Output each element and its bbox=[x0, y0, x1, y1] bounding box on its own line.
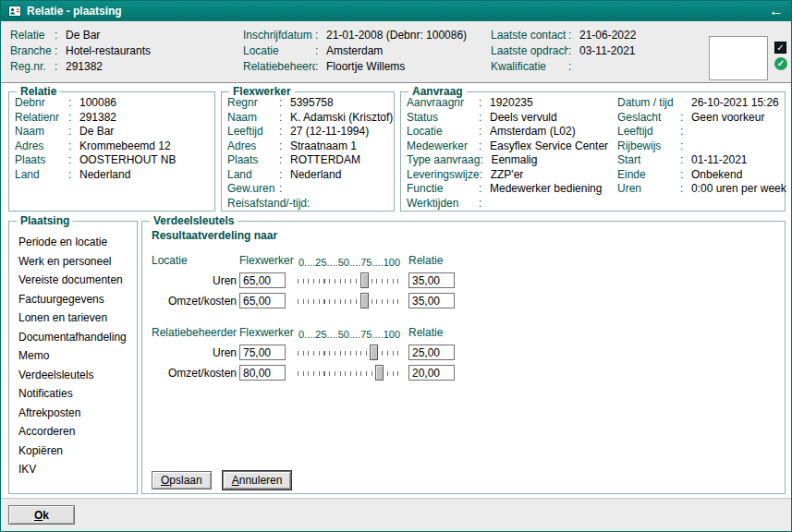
field-label: Land bbox=[227, 168, 279, 183]
colon: : bbox=[479, 125, 488, 139]
verdeel-row-label: Uren bbox=[152, 345, 237, 362]
menu-item-werk-en-personeel[interactable]: Werk en personeel bbox=[18, 252, 133, 272]
header-summary: Relatie:De BarBranche:Hotel-restaurantsR… bbox=[1, 21, 791, 83]
field-value: Eenmalig bbox=[491, 153, 537, 168]
field-value: 0:00 uren per week bbox=[691, 182, 786, 197]
field-value: ZZP'er bbox=[491, 168, 524, 183]
header-field-label: Kwalificatie bbox=[491, 59, 568, 75]
header-field-value: Hotel-restaurants bbox=[66, 43, 151, 59]
header-field-value: Floortje Willems bbox=[326, 59, 405, 75]
colon: : bbox=[279, 153, 288, 168]
colon: : bbox=[680, 182, 689, 197]
percentage-slider[interactable] bbox=[296, 293, 403, 308]
aanvraag-row: Aanvraagnr:1920235 bbox=[407, 96, 608, 111]
header-field-value: 21-01-2008 (Debnr: 100086) bbox=[326, 28, 467, 43]
field-value: 291382 bbox=[79, 111, 116, 126]
relatie-percentage-input[interactable] bbox=[408, 272, 455, 288]
colon: : bbox=[279, 182, 288, 197]
result-distribution-heading: Resultaatverdeling naar bbox=[152, 229, 277, 242]
ok-button[interactable]: Ok bbox=[8, 505, 75, 525]
field-value: Nederland bbox=[290, 168, 341, 183]
slider-handle[interactable] bbox=[360, 293, 369, 308]
menu-item-vereiste-documenten[interactable]: Vereiste documenten bbox=[18, 271, 133, 290]
section-name: Locatie bbox=[152, 253, 188, 269]
relatie-percentage-input[interactable] bbox=[408, 365, 455, 381]
field-label: Functie bbox=[407, 182, 479, 197]
colon: : bbox=[568, 59, 578, 75]
field-value: 100086 bbox=[79, 96, 116, 111]
slider-scale-header: 0....25....50....75....100 bbox=[294, 255, 405, 271]
colon: : bbox=[680, 111, 689, 126]
plaatsing-menu: Periode en locatieWerk en personeelVerei… bbox=[18, 233, 133, 479]
colon: : bbox=[68, 153, 78, 168]
relatie-percentage-input[interactable] bbox=[408, 293, 455, 308]
header-row: Branche:Hotel-restaurants bbox=[10, 43, 151, 59]
field-label: Land bbox=[15, 168, 68, 183]
colon: : bbox=[315, 59, 324, 75]
relatie-percentage-input[interactable] bbox=[408, 345, 455, 360]
header-field-value: Amsterdam bbox=[326, 43, 383, 59]
field-label: Adres bbox=[15, 139, 68, 154]
annuleren-button[interactable]: Annuleren bbox=[223, 471, 292, 490]
colon: : bbox=[68, 139, 78, 154]
menu-item-accorderen[interactable]: Accorderen bbox=[18, 422, 133, 441]
colon: : bbox=[480, 168, 489, 183]
flexwerker-percentage-input[interactable] bbox=[239, 293, 286, 308]
verdeelsleutels-groupbox: Verdeelsleutels Resultaatverdeling naar … bbox=[141, 221, 786, 494]
titlebar: Relatie - plaatsing ← bbox=[1, 1, 791, 21]
colon: : bbox=[68, 96, 78, 111]
verdeel-buttons: Opslaan Annuleren bbox=[152, 471, 291, 490]
flexwerker-percentage-input[interactable] bbox=[239, 345, 286, 360]
opslaan-button[interactable]: Opslaan bbox=[152, 471, 212, 490]
field-value: Deels vervuld bbox=[490, 111, 557, 126]
field-label: Einde bbox=[617, 168, 680, 183]
field-label: Werktijden bbox=[407, 197, 479, 212]
flexwerker-percentage-input[interactable] bbox=[239, 272, 286, 288]
header-row: Relatiebeheerde:Floortje Willems bbox=[243, 59, 467, 75]
menu-item-verdeelsleutels[interactable]: Verdeelsleutels bbox=[18, 366, 133, 385]
flexwerker-row: Plaats:ROTTERDAM bbox=[227, 153, 393, 168]
column-header-relatie: Relatie bbox=[408, 325, 443, 341]
percentage-slider[interactable] bbox=[296, 272, 403, 288]
percentage-slider[interactable] bbox=[296, 345, 403, 360]
column-header-flexwerker: Flexwerker bbox=[239, 325, 294, 341]
colon: : bbox=[680, 139, 689, 154]
field-value: 1920235 bbox=[490, 96, 533, 111]
menu-item-documentafhandeling[interactable]: Documentafhandeling bbox=[18, 328, 133, 347]
menu-item-aftrekposten[interactable]: Aftrekposten bbox=[18, 404, 133, 423]
aanvraag-row: Rijbewijs: bbox=[617, 139, 786, 154]
menu-item-notificaties[interactable]: Notificaties bbox=[18, 384, 133, 404]
field-label: Debnr bbox=[15, 96, 68, 111]
aanvraag-row: Locatie:Amsterdam (L02) bbox=[407, 125, 608, 139]
menu-item-periode-en-locatie[interactable]: Periode en locatie bbox=[18, 233, 133, 252]
slider-handle[interactable] bbox=[375, 365, 384, 381]
colon: : bbox=[315, 28, 324, 43]
menu-item-factuurgegevens[interactable]: Factuurgegevens bbox=[18, 290, 133, 309]
status-checkbox[interactable]: ✓ bbox=[774, 42, 786, 54]
slider-ticks bbox=[298, 279, 401, 284]
verdeel-row-label: Omzet/kosten bbox=[152, 293, 237, 310]
menu-item-lonen-en-tarieven[interactable]: Lonen en tarieven bbox=[18, 308, 133, 328]
flexwerker-row: Naam:K. Adamski (Krisztof) bbox=[227, 111, 393, 126]
relatie-fields: Debnr:100086Relatienr:291382Naam:De BarA… bbox=[15, 96, 176, 182]
field-label: Type aanvraag bbox=[407, 153, 480, 168]
back-arrow-button[interactable]: ← bbox=[769, 4, 784, 18]
flexwerker-row: Leeftijd:27 (12-11-1994) bbox=[227, 125, 393, 139]
field-label: Gew.uren bbox=[227, 182, 279, 197]
colon: : bbox=[315, 43, 324, 59]
percentage-slider[interactable] bbox=[296, 365, 403, 381]
flexwerker-row: Gew.uren: bbox=[227, 182, 393, 197]
verdeelsleutels-body: Resultaatverdeling naar Opslaan Annulere… bbox=[142, 222, 785, 493]
menu-item-ikv[interactable]: IKV bbox=[18, 460, 133, 479]
relatie-row: Plaats:OOSTERHOUT NB bbox=[15, 153, 176, 168]
header-field-value: 21-06-2022 bbox=[579, 28, 636, 43]
field-value: OOSTERHOUT NB bbox=[79, 153, 176, 168]
field-value: Amsterdam (L02) bbox=[490, 125, 576, 139]
flexwerker-percentage-input[interactable] bbox=[239, 365, 286, 381]
slider-handle[interactable] bbox=[370, 345, 378, 360]
relatie-plaatsing-window: Relatie - plaatsing ← Relatie:De BarBran… bbox=[0, 0, 792, 532]
menu-item-memo[interactable]: Memo bbox=[18, 346, 133, 366]
section-name: Relatiebeheerder bbox=[152, 325, 237, 341]
menu-item-kopi-ren[interactable]: Kopiëren bbox=[18, 441, 133, 461]
slider-handle[interactable] bbox=[360, 272, 369, 288]
